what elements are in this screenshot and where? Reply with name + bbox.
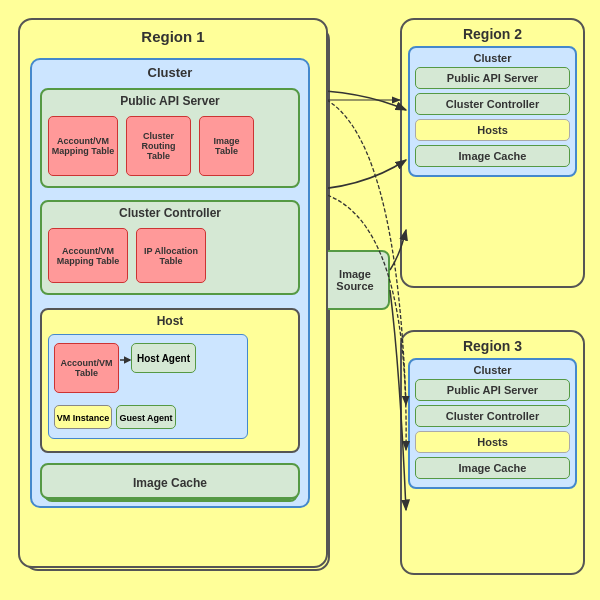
region3: Region 3 Cluster Public API Server Clust… [400, 330, 585, 575]
cluster-region3: Cluster Public API Server Cluster Contro… [408, 358, 577, 489]
image-source: ImageSource [320, 250, 390, 310]
host-inner: Account/VM Table Host Agent VM Instance … [48, 334, 248, 439]
cluster1: Cluster Public API Server Account/VM Map… [30, 58, 310, 508]
region2-public-api: Public API Server [415, 67, 570, 89]
region3-image-cache: Image Cache [415, 457, 570, 479]
image-cache-region1: Image Cache [40, 463, 300, 499]
acct-vm-mapping-table: Account/VM Mapping Table [48, 116, 118, 176]
host-agent: Host Agent [131, 343, 196, 373]
cluster-region2: Cluster Public API Server Cluster Contro… [408, 46, 577, 177]
acct-vm-table-ctrl: Account/VM Mapping Table [48, 228, 128, 283]
region2-image-cache: Image Cache [415, 145, 570, 167]
public-api-label: Public API Server [42, 94, 298, 108]
main-background: Region 1 Cluster Public API Server Accou… [0, 0, 600, 600]
region3-cluster-ctrl: Cluster Controller [415, 405, 570, 427]
region1-label: Region 1 [20, 28, 326, 45]
host-acct-vm: Account/VM Table [54, 343, 119, 393]
cluster1-label: Cluster [32, 65, 308, 80]
region3-hosts: Hosts [415, 431, 570, 453]
host-label: Host [42, 314, 298, 328]
cluster-region3-label: Cluster [415, 364, 570, 376]
cluster-ctrl-label: Cluster Controller [42, 206, 298, 220]
cluster-region2-label: Cluster [415, 52, 570, 64]
region2-label: Region 2 [402, 26, 583, 42]
ip-alloc-table: IP Allocation Table [136, 228, 206, 283]
cluster-controller-region1: Cluster Controller Account/VM Mapping Ta… [40, 200, 300, 295]
region3-label: Region 3 [402, 338, 583, 354]
image-table: Image Table [199, 116, 254, 176]
host-box: Host Account/VM Table Host Agent VM Inst… [40, 308, 300, 453]
public-api-server: Public API Server Account/VM Mapping Tab… [40, 88, 300, 188]
region2-cluster-ctrl: Cluster Controller [415, 93, 570, 115]
image-source-label: ImageSource [336, 268, 373, 292]
region2: Region 2 Cluster Public API Server Clust… [400, 18, 585, 288]
guest-agent: Guest Agent [116, 405, 176, 429]
vm-instance: VM Instance [54, 405, 112, 429]
cluster-routing-table: Cluster Routing Table [126, 116, 191, 176]
region2-hosts: Hosts [415, 119, 570, 141]
region1: Region 1 Cluster Public API Server Accou… [18, 18, 328, 568]
region3-public-api: Public API Server [415, 379, 570, 401]
